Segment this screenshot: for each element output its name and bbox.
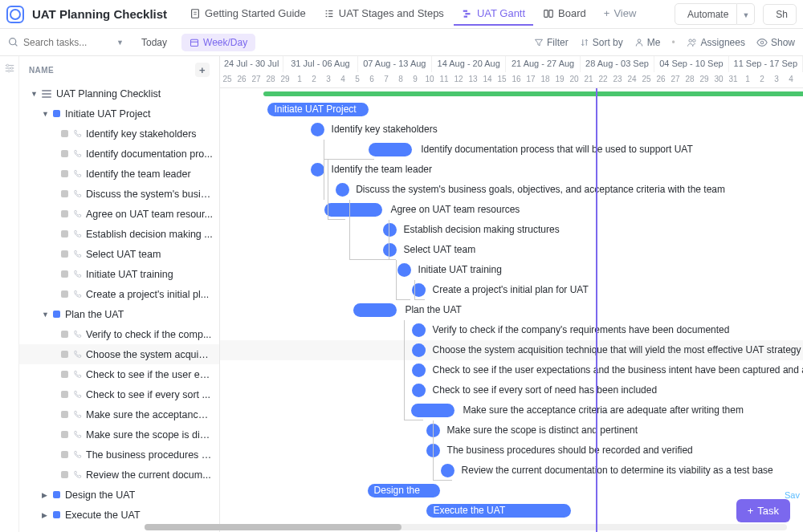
gantt-row[interactable]: Review the current documentation to dete… xyxy=(220,461,803,481)
week-header-cell: 28 Aug - 03 Sep xyxy=(581,56,654,72)
tree-row[interactable]: Select UAT team xyxy=(19,244,219,264)
gantt-row[interactable]: Agree on UAT team resources xyxy=(220,200,803,220)
day-header-cell: 31 xyxy=(726,72,740,87)
tree-row[interactable]: Make sure the scope is dis... xyxy=(19,424,219,445)
filter-button[interactable]: Filter xyxy=(534,37,569,48)
subtask-icon xyxy=(73,330,86,339)
tree-row[interactable]: Design the UAT xyxy=(19,485,219,505)
gantt-bar[interactable] xyxy=(353,303,397,317)
svg-point-23 xyxy=(10,39,16,45)
tree-row[interactable]: Establish decision making ... xyxy=(19,224,219,244)
tree-row[interactable]: Identify key stakeholders xyxy=(19,124,219,144)
timeline-summary-bar xyxy=(263,91,803,96)
expand-arrow-icon[interactable] xyxy=(42,311,50,319)
tree-row[interactable]: Make sure the acceptance ... xyxy=(19,404,219,424)
bar-label: Establish decision making structures xyxy=(404,223,560,237)
tree-row[interactable]: The business procedures s... xyxy=(19,445,219,465)
day-header-cell: 26 xyxy=(654,72,668,87)
horizontal-scrollbar[interactable] xyxy=(145,524,787,530)
tree-row[interactable]: Identify documentation pro... xyxy=(19,144,219,164)
tab-uat-stages-and-steps[interactable]: UAT Stages and Steps xyxy=(316,2,452,26)
zoom-mode-button[interactable]: Week/Day xyxy=(181,34,255,51)
gantt-row[interactable]: The business procedures should be record… xyxy=(220,441,803,461)
gantt-bar[interactable] xyxy=(369,143,412,156)
gantt-row[interactable]: Plan the UAT xyxy=(220,300,803,320)
tree-row[interactable]: Check to see if the user ex... xyxy=(19,364,219,384)
today-marker: Today xyxy=(596,88,597,532)
gantt-row[interactable]: Check to see if the user expectations an… xyxy=(220,360,803,380)
gantt-row[interactable]: Make sure the acceptance criteria are ad… xyxy=(220,400,803,420)
gantt-row[interactable]: Execute the UAT xyxy=(220,501,803,521)
automate-caret-button[interactable]: ▼ xyxy=(737,3,755,25)
bar-label: The business procedures should be record… xyxy=(447,444,693,457)
gantt-row[interactable]: Choose the system acquisition technique … xyxy=(220,340,803,360)
me-button[interactable]: Me xyxy=(634,37,661,48)
gantt-row[interactable] xyxy=(220,91,803,99)
gantt-row[interactable]: Check to see if every sort of need has b… xyxy=(220,380,803,400)
gantt-row[interactable]: Select UAT team xyxy=(220,240,803,260)
gantt-bar[interactable]: Execute the UAT xyxy=(426,504,571,518)
add-view-button[interactable]: +View xyxy=(596,2,645,26)
expand-arrow-icon[interactable] xyxy=(42,110,50,118)
share-button[interactable]: Sh xyxy=(763,4,797,25)
show-button[interactable]: Show xyxy=(756,37,795,48)
tree-row[interactable]: Agree on UAT team resour... xyxy=(19,204,219,224)
day-header-cell: 11 xyxy=(437,72,451,87)
tree-row[interactable]: Initiate UAT Project xyxy=(19,104,219,124)
automate-button[interactable]: Automate xyxy=(675,3,737,25)
tab-uat-gantt[interactable]: UAT Gantt xyxy=(454,2,533,26)
expand-arrow-icon[interactable] xyxy=(42,491,50,499)
day-header-cell: 29 xyxy=(278,72,292,87)
gantt-row[interactable]: Identify key stakeholders xyxy=(220,120,803,140)
app-logo-icon[interactable] xyxy=(6,6,24,23)
tab-board[interactable]: Board xyxy=(535,2,594,26)
gantt-bar[interactable]: Initiate UAT Project xyxy=(267,103,369,116)
add-task-button[interactable]: + xyxy=(195,63,210,77)
svg-point-35 xyxy=(10,67,13,70)
tree-row[interactable]: Plan the UAT xyxy=(19,304,219,324)
tree-row[interactable]: Review the current docum... xyxy=(19,465,219,485)
day-header-cell: 5 xyxy=(798,72,803,87)
task-label: Execute the UAT xyxy=(65,510,141,521)
expand-arrow-icon[interactable] xyxy=(31,90,39,98)
search-input[interactable] xyxy=(23,37,112,48)
expand-arrow-icon[interactable] xyxy=(42,511,50,519)
tree-row[interactable]: Check to see if every sort ... xyxy=(19,384,219,404)
gantt-row[interactable]: Establish decision making structures xyxy=(220,220,803,240)
tree-row[interactable]: Verify to check if the comp... xyxy=(19,324,219,344)
tree-row[interactable]: Discuss the system's busin... xyxy=(19,184,219,204)
tree-row[interactable]: UAT Planning Checklist xyxy=(19,83,219,104)
gantt-area[interactable]: 24 Jul - 30 Jul31 Jul - 06 Aug07 Aug - 1… xyxy=(220,56,803,532)
gantt-row[interactable]: Discuss the system's business goals, obj… xyxy=(220,180,803,200)
sidebar-settings-handle[interactable] xyxy=(0,56,19,532)
status-square-icon xyxy=(61,150,68,157)
gantt-row[interactable]: Identify the team leader xyxy=(220,160,803,180)
bar-label: Verify to check if the company's require… xyxy=(433,323,730,337)
task-label: Make sure the acceptance ... xyxy=(86,409,213,420)
assignees-button[interactable]: Assignees xyxy=(687,37,745,48)
dependency-line xyxy=(433,420,451,481)
list-icon xyxy=(42,90,51,98)
fab-label: Task xyxy=(757,505,779,517)
new-task-fab[interactable]: + Task xyxy=(736,499,790,522)
tree-row[interactable]: Identify the team leader xyxy=(19,164,219,184)
sortby-button[interactable]: Sort by xyxy=(580,37,623,48)
tree-row[interactable]: Create a project's initial pl... xyxy=(19,284,219,304)
today-button[interactable]: Today xyxy=(135,34,173,51)
gantt-row[interactable]: Make sure the scope is distinct and pert… xyxy=(220,420,803,441)
gantt-row[interactable]: Identify documentation process that will… xyxy=(220,140,803,160)
tree-row[interactable]: Choose the system acquisi... xyxy=(19,344,219,364)
gantt-row[interactable]: Initiate UAT training xyxy=(220,260,803,280)
gantt-bar[interactable]: Design the UAT xyxy=(368,484,440,497)
dependency-line xyxy=(414,280,425,300)
tree-row[interactable]: Initiate UAT training xyxy=(19,264,219,284)
chevron-down-icon[interactable]: ▼ xyxy=(116,39,124,47)
gantt-row[interactable]: Create a project's initial plan for UAT xyxy=(220,280,803,300)
tab-getting-started-guide[interactable]: Getting Started Guide xyxy=(181,2,314,26)
gantt-row[interactable]: Design the UAT xyxy=(220,481,803,501)
milestone-bar[interactable] xyxy=(311,123,324,136)
gantt-row[interactable]: Verify to check if the company's require… xyxy=(220,320,803,340)
tree-row[interactable]: Execute the UAT xyxy=(19,505,219,525)
gantt-row[interactable]: Initiate UAT Project xyxy=(220,99,803,120)
scrollbar-thumb[interactable] xyxy=(145,524,402,530)
